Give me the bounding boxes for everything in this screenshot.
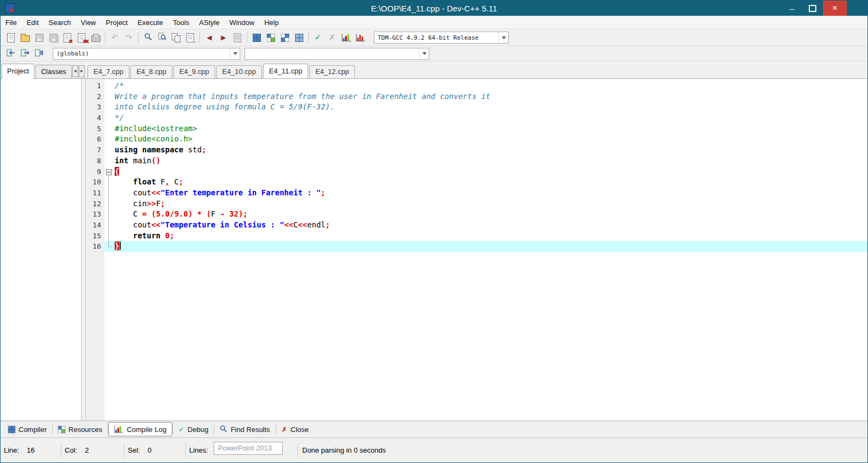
code-line-13[interactable]: 13 C = (5.0/9.0) * (F - 32); — [86, 209, 867, 220]
abort-compile-button[interactable]: ✗ — [325, 31, 339, 44]
door-arrow-in-icon — [7, 49, 15, 58]
globals-select[interactable]: (globals) — [53, 48, 240, 60]
status-sel-section: Sel: 0 — [124, 438, 185, 462]
menu-file[interactable]: File — [1, 16, 22, 29]
members-select[interactable] — [245, 48, 429, 60]
project-browser-panel[interactable] — [1, 79, 82, 421]
tab-compiler[interactable]: Compiler — [3, 423, 52, 436]
save-all-button[interactable] — [46, 31, 60, 44]
menu-search[interactable]: Search — [43, 16, 76, 29]
profile-button[interactable] — [339, 31, 353, 44]
code-area[interactable]: 1/*2Write a program that inputs temperat… — [86, 79, 867, 252]
fold-collapse-icon[interactable] — [104, 166, 114, 177]
door-arrow-out-icon — [21, 49, 29, 58]
undo-button[interactable]: ↶ — [108, 31, 122, 44]
code-line-15[interactable]: 15 return 0; — [86, 231, 867, 242]
find-button[interactable] — [141, 31, 155, 44]
redo-button[interactable]: ↷ — [122, 31, 136, 44]
tab-debug[interactable]: ✓Debug — [173, 423, 214, 436]
code-line-14[interactable]: 14 cout<<"Temperature in Celsius : "<<C<… — [86, 220, 867, 231]
tab-compile-log[interactable]: Compile Log — [108, 422, 172, 436]
status-line-section: Line: 16 — [1, 438, 61, 462]
status-col-label: Col: — [65, 446, 77, 454]
compiler-profile-select[interactable]: TDM-GCC 4.9.2 64-bit Release — [374, 32, 509, 44]
code-line-11[interactable]: 11 cout<<"Enter temperature in Farenheit… — [86, 188, 867, 199]
status-col-section: Col: 2 — [61, 438, 124, 462]
tab-e4-11-cpp[interactable]: E4_11.cpp — [263, 64, 308, 78]
syntax-check-button[interactable]: ✓ — [311, 31, 325, 44]
maximize-button[interactable] — [802, 1, 823, 16]
new-file-button[interactable] — [4, 31, 18, 44]
close-button[interactable]: × — [823, 1, 847, 16]
tab-close[interactable]: ✗Close — [276, 423, 314, 436]
open-file-button[interactable] — [18, 31, 32, 44]
tabs-scroll-right-button[interactable]: ▸ — [79, 65, 85, 77]
open-folder-icon — [21, 35, 30, 42]
package-manager-button[interactable] — [292, 31, 306, 44]
print-button[interactable] — [89, 31, 103, 44]
fold-margin — [104, 81, 114, 91]
back-button[interactable]: ◀ — [202, 31, 216, 44]
menu-project[interactable]: Project — [101, 16, 133, 29]
code-line-2[interactable]: 2Write a program that inputs temperature… — [86, 91, 867, 102]
goto-declaration-icon — [234, 33, 241, 42]
code-line-16[interactable]: 16} — [86, 241, 867, 252]
menu-window[interactable]: Window — [224, 16, 259, 29]
door-pause-icon — [35, 49, 43, 58]
new-project-button[interactable] — [249, 31, 264, 44]
tab-resources-label: Resources — [68, 425, 102, 434]
tab-debug-label: Debug — [188, 425, 208, 434]
editor-pane[interactable]: 1/*2Write a program that inputs temperat… — [86, 79, 867, 421]
menu-edit[interactable]: Edit — [22, 16, 43, 29]
code-line-4[interactable]: 4*/ — [86, 113, 867, 124]
code-line-9[interactable]: 9{ — [86, 166, 867, 177]
jump-forward-button[interactable] — [18, 47, 32, 60]
jump-back-button[interactable] — [4, 47, 18, 60]
fold-margin — [104, 209, 114, 220]
main-toolbar: ↶ ↷ → ◀ ▶ ✓ ✗ TDM-GCC 4.9.2 64-bit Relea… — [1, 29, 867, 46]
find-in-files-button[interactable] — [155, 31, 169, 44]
tab-classes[interactable]: Classes — [35, 65, 71, 78]
menu-tools[interactable]: Tools — [168, 16, 194, 29]
code-line-10[interactable]: 10 float F, C; — [86, 177, 867, 188]
undo-icon: ↶ — [111, 34, 118, 42]
tab-resources[interactable]: Resources — [53, 423, 108, 436]
line-number: 15 — [86, 231, 104, 242]
abort-x-icon: ✗ — [329, 34, 336, 42]
close-file-icon — [64, 33, 71, 42]
pause-parser-button[interactable] — [32, 47, 46, 60]
menu-help[interactable]: Help — [259, 16, 284, 29]
goto-line-icon: → — [186, 33, 194, 42]
code-line-1[interactable]: 1/* — [86, 81, 867, 91]
menu-astyle[interactable]: AStyle — [194, 16, 224, 29]
code-line-5[interactable]: 5#include<iostream> — [86, 124, 867, 134]
tab-find-results[interactable]: Find Results — [214, 423, 275, 436]
code-line-7[interactable]: 7using namespace std; — [86, 145, 867, 156]
project-options-button[interactable] — [278, 31, 292, 44]
forward-button[interactable]: ▶ — [216, 31, 230, 44]
tab-project[interactable]: Project — [2, 64, 34, 79]
menu-view[interactable]: View — [76, 16, 101, 29]
code-line-12[interactable]: 12 cin>>F; — [86, 199, 867, 209]
tabs-scroll-left-button[interactable]: ◂ — [72, 65, 78, 77]
goto-line-button[interactable]: → — [183, 31, 197, 44]
tab-e4-9-cpp[interactable]: E4_9.cpp — [173, 65, 215, 78]
tab-e4-8-cpp[interactable]: E4_8.cpp — [130, 65, 172, 78]
tab-e4-12-cpp[interactable]: E4_12.cpp — [309, 65, 355, 78]
panel-splitter[interactable] — [82, 79, 86, 421]
code-line-6[interactable]: 6#include<conio.h> — [86, 134, 867, 145]
save-button[interactable] — [32, 31, 46, 44]
minimize-button[interactable]: – — [782, 1, 802, 16]
code-line-3[interactable]: 3into Celsius degree using formula C = 5… — [86, 102, 867, 113]
tab-e4-10-cpp[interactable]: E4_10.cpp — [216, 65, 262, 78]
goto-declaration-button[interactable] — [230, 31, 245, 44]
tab-e4-7-cpp[interactable]: E4_7.cpp — [88, 65, 129, 78]
close-file-button[interactable] — [60, 31, 74, 44]
replace-button[interactable] — [169, 31, 183, 44]
code-line-8[interactable]: 8int main() — [86, 156, 867, 166]
open-project-button[interactable] — [264, 31, 278, 44]
title-bar[interactable]: E:\OOP\E4_11.cpp - Dev-C++ 5.11 – × — [1, 1, 867, 16]
close-all-button[interactable] — [74, 31, 89, 44]
profiling-log-button[interactable] — [353, 31, 367, 44]
menu-execute[interactable]: Execute — [133, 16, 168, 29]
